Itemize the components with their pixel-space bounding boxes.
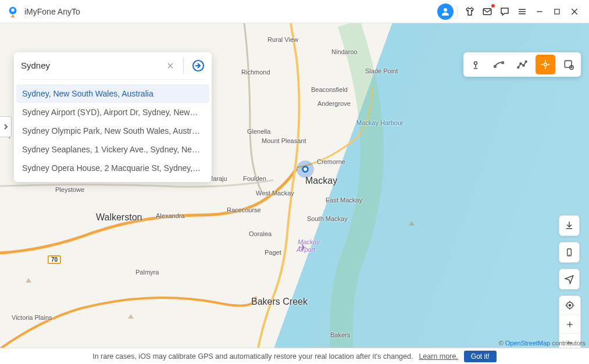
map-place-label: Paget [265,249,281,256]
title-bar: iMyFone AnyTo [0,0,589,23]
got-it-button[interactable]: Got it! [464,351,497,362]
map-place-label: Bakers Creek [251,297,308,307]
map-place-label: Alexandra [156,212,185,219]
map-place-label: Mount Pleasant [262,137,306,144]
map-place-label: Slade Point [365,67,398,74]
user-avatar-icon[interactable] [437,3,454,20]
map-place-label: South Mackay [307,215,348,222]
center-location-button[interactable] [559,296,580,315]
map-place-label: Walkerston [96,212,142,223]
app-title: iMyFone AnyTo [24,7,80,16]
suggestion-item[interactable]: Sydney Airport (SYD), Airport Dr, Sydney… [16,103,209,122]
map-place-label: Foulden [243,175,266,182]
info-bar: In rare cases, iOS may calibrate GPS and… [0,348,589,364]
peak-marker [26,278,31,283]
shirt-icon[interactable] [461,3,479,20]
osm-link[interactable]: OpenStreetMap [505,340,551,347]
svg-point-1 [11,8,15,12]
map-place-label: Palmyra [135,269,159,276]
map-place-label: Cremorne [317,158,345,165]
peak-marker [409,221,415,226]
svg-point-15 [474,62,477,65]
search-panel: Sydney, New South Wales, AustraliaSydney… [14,52,212,182]
history-mode-button[interactable] [559,55,579,74]
map-place-label: Bakers [330,331,350,338]
map-attribution: © OpenStreetMap contributors [499,340,586,347]
map-place-label: Pleystowe [55,186,84,193]
app-logo [6,5,20,19]
jump-teleport-mode-button[interactable] [536,55,555,74]
map-place-label: Racecourse [227,206,261,213]
svg-rect-8 [555,9,559,13]
svg-point-2 [444,8,447,12]
current-location-marker [297,160,314,178]
suggestion-item[interactable]: Sydney Seaplanes, 1 Vickery Ave., Sydney… [16,140,209,159]
search-suggestions: Sydney, New South Wales, AustraliaSydney… [14,84,212,182]
map-place-label: Nindaroo [331,48,358,55]
mail-icon[interactable] [479,3,496,20]
mode-toolbar [463,52,581,77]
map-place-label: Beaconsfield [311,86,348,93]
svg-point-22 [544,63,547,66]
svg-point-32 [569,305,571,306]
two-spot-mode-button[interactable] [489,55,509,74]
side-panel-toggle[interactable] [0,116,12,137]
learn-more-link[interactable]: Learn more. [419,352,458,361]
device-button[interactable] [559,242,580,263]
map-place-label: Victoria Plains [12,314,52,321]
suggestion-item[interactable]: Sydney, New South Wales, Australia [16,84,209,103]
map-canvas[interactable]: Rural ViewNindarooRichmondSlade PointBea… [0,23,589,364]
suggestion-item[interactable]: Sydney Opera House, 2 Macquarie St, Sydn… [16,159,209,177]
map-place-label: Glenella [247,128,270,135]
map-place-label: Richmond [241,69,270,76]
map-place-label: Mackay Harbour [356,119,404,126]
menu-icon[interactable] [513,3,531,20]
info-message: In rare cases, iOS may calibrate GPS and… [92,352,413,361]
map-place-label: Andergrove [317,100,351,107]
airport-icon: ✈ [299,242,306,253]
close-icon[interactable] [566,3,583,20]
maximize-icon[interactable] [548,3,566,20]
zoom-in-button[interactable] [559,315,580,333]
map-place-label: East Mackay [326,197,362,204]
route-shield-70: 70 [48,255,61,264]
minimize-icon[interactable] [531,3,548,20]
map-place-label: Ooralea [249,230,272,237]
chat-icon[interactable] [496,3,513,20]
import-gpx-button[interactable] [559,215,580,236]
svg-rect-27 [565,60,572,67]
map-place-label: Rural View [267,36,298,43]
navigate-button[interactable] [559,269,580,290]
search-input[interactable] [21,56,163,75]
peak-marker [128,314,134,319]
clear-search-icon[interactable] [163,59,177,73]
map-place-label: West Mackay [256,190,294,197]
teleport-mode-button[interactable] [466,55,486,74]
multi-spot-mode-button[interactable] [512,55,532,74]
suggestion-item[interactable]: Sydney Olympic Park, New South Wales, Au… [16,122,209,140]
search-go-button[interactable] [190,57,207,74]
